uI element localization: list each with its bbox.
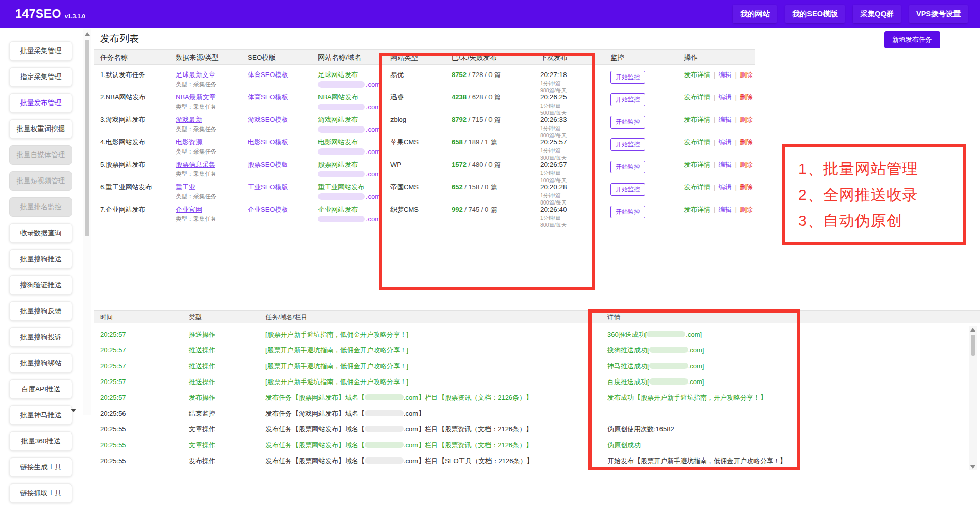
start-monitor-button[interactable]: 开始监控 <box>610 116 645 129</box>
log-time: 20:25:55 <box>100 453 189 465</box>
log-scroll-down-icon[interactable] <box>970 465 975 469</box>
template-link[interactable]: 股票SEO模版 <box>248 161 288 168</box>
sidebar-item[interactable]: 链接抓取工具 <box>9 483 72 503</box>
next-publish-time: 20:27:18 <box>540 71 610 79</box>
action-delete[interactable]: 删除 <box>740 71 753 79</box>
action-edit[interactable]: 编辑 <box>718 183 731 191</box>
action-edit[interactable]: 编辑 <box>718 71 731 79</box>
action-publish-details[interactable]: 发布详情 <box>684 116 710 123</box>
log-task: 发布任务【股票网站发布】域名【.com】栏目【股票资讯（文档：2126条）】 <box>265 421 607 437</box>
sidebar-item[interactable]: 批量发布管理 <box>9 93 72 113</box>
site-cell: 重工业网站发布.com <box>318 180 390 206</box>
new-publish-task-button[interactable]: 新增发布任务 <box>884 31 940 48</box>
sidebar-item[interactable]: 批量搜狗投诉 <box>9 327 72 347</box>
action-publish-details[interactable]: 发布详情 <box>684 206 710 213</box>
start-monitor-button[interactable]: 开始监控 <box>610 183 645 196</box>
sidebar-item[interactable]: 批量神马推送 <box>9 405 72 425</box>
sidebar-item[interactable]: 批量搜狗推送 <box>9 249 72 269</box>
source-link[interactable]: 企业官网 <box>176 206 202 213</box>
monitor-cell: 开始监控 <box>610 135 684 161</box>
sidebar-item[interactable]: 收录数据查询 <box>9 223 72 243</box>
content-scrollbar[interactable] <box>83 29 91 415</box>
action-delete[interactable]: 删除 <box>740 116 753 123</box>
source-link[interactable]: NBA最新文章 <box>176 93 216 101</box>
log-scroll-up-icon[interactable] <box>970 328 975 332</box>
sidebar-item[interactable]: 批量搜狗绑站 <box>9 353 72 373</box>
action-publish-details[interactable]: 发布详情 <box>684 71 710 79</box>
nav-my-sites[interactable]: 我的网站 <box>733 5 777 23</box>
nav-qq-group[interactable]: 采集QQ群 <box>853 5 901 23</box>
sidebar-item[interactable]: 批量权重词挖掘 <box>9 119 72 139</box>
source-link[interactable]: 重工业 <box>176 183 195 191</box>
site-name: NBA网站发布 <box>318 93 390 101</box>
scroll-thumb[interactable] <box>85 40 89 236</box>
action-publish-details[interactable]: 发布详情 <box>684 183 710 191</box>
action-edit[interactable]: 编辑 <box>718 206 731 213</box>
row-actions: 发布详情|编辑|删除 <box>684 68 755 93</box>
log-scroll-thumb[interactable] <box>971 335 975 356</box>
template-link[interactable]: 电影SEO模板 <box>248 138 288 146</box>
template-link[interactable]: 游戏SEO模板 <box>248 116 288 123</box>
action-delete[interactable]: 删除 <box>740 93 753 101</box>
action-delete[interactable]: 删除 <box>740 138 753 146</box>
source-link[interactable]: 游戏最新 <box>176 116 202 123</box>
log-detail: 神马推送成功[.com] <box>607 358 980 374</box>
start-monitor-button[interactable]: 开始监控 <box>610 71 645 84</box>
sidebar-item[interactable]: 指定采集管理 <box>9 67 72 87</box>
action-edit[interactable]: 编辑 <box>718 93 731 101</box>
sidebar-item[interactable]: 链接生成工具 <box>9 457 72 477</box>
log-task: 发布任务【股票网站发布】域名【.com】栏目【SEO工具（文档：2126条）】 <box>265 453 607 465</box>
start-monitor-button[interactable]: 开始监控 <box>610 93 645 106</box>
scroll-down-icon[interactable] <box>71 409 76 412</box>
sidebar-item[interactable]: 搜狗验证推送 <box>9 275 72 295</box>
log-scrollbar[interactable] <box>969 326 977 470</box>
sidebar-item[interactable]: 批量搜狗反馈 <box>9 301 72 321</box>
sidebar-item[interactable]: 批量360推送 <box>9 431 72 451</box>
action-edit[interactable]: 编辑 <box>718 116 731 123</box>
sidebar-item[interactable]: 百度API推送 <box>9 379 72 399</box>
task-source-cell: NBA最新文章类型：采集任务 <box>176 90 248 116</box>
site-domain: .com <box>318 170 390 179</box>
template-link[interactable]: 体育SEO模板 <box>248 93 288 101</box>
task-source-cell: 游戏最新类型：采集任务 <box>176 113 248 138</box>
domain-suffix: .com <box>366 125 380 133</box>
template-link[interactable]: 企业SEO模板 <box>248 206 288 213</box>
publish-rate: 1分钟/篇 <box>540 147 610 154</box>
action-delete[interactable]: 删除 <box>740 161 753 168</box>
site-domain: .com <box>318 148 390 156</box>
action-edit[interactable]: 编辑 <box>718 161 731 168</box>
action-separator: | <box>734 161 736 168</box>
pending-failed-count: / 628 / 0 篇 <box>467 93 501 101</box>
start-monitor-button[interactable]: 开始监控 <box>610 206 645 218</box>
start-monitor-button[interactable]: 开始监控 <box>610 161 645 173</box>
template-link[interactable]: 体育SEO模板 <box>248 71 288 79</box>
template-link[interactable]: 工业SEO模版 <box>248 183 288 191</box>
log-detail: 发布成功【股票开户新手避坑指南，开户攻略分享！】 <box>607 390 980 405</box>
site-type: zblog <box>390 113 452 138</box>
source-link[interactable]: 电影资源 <box>176 138 202 146</box>
nav-my-seo-templates[interactable]: 我的SEO模版 <box>785 5 845 23</box>
action-publish-details[interactable]: 发布详情 <box>684 138 710 146</box>
action-edit[interactable]: 编辑 <box>718 138 731 146</box>
start-monitor-button[interactable]: 开始监控 <box>610 138 645 151</box>
redacted-text <box>365 442 404 448</box>
log-type: 文章操作 <box>189 421 265 437</box>
sidebar-item[interactable]: 批量采集管理 <box>9 41 72 61</box>
scroll-up-icon[interactable] <box>85 32 90 36</box>
action-separator: | <box>734 71 736 79</box>
redacted-domain <box>318 104 365 110</box>
nav-vps-dial-settings[interactable]: VPS拨号设置 <box>909 5 968 23</box>
log-row: 20:25:57推送操作[股票开户新手避坑指南，低佣金开户攻略分享！]360推送… <box>94 326 980 342</box>
action-publish-details[interactable]: 发布详情 <box>684 93 710 101</box>
source-link[interactable]: 足球最新文章 <box>176 71 215 79</box>
action-publish-details[interactable]: 发布详情 <box>684 161 710 168</box>
log-row: 20:25:56结束监控发布任务【游戏网站发布】域名【.com】 <box>94 405 980 421</box>
action-delete[interactable]: 删除 <box>740 183 753 191</box>
next-publish-time: 20:26:57 <box>540 161 610 169</box>
action-delete[interactable]: 删除 <box>740 206 753 213</box>
monitor-cell: 开始监控 <box>610 113 684 138</box>
log-type: 推送操作 <box>189 342 265 358</box>
source-link[interactable]: 股票信息采集 <box>176 161 215 168</box>
site-type: 织梦CMS <box>390 202 452 228</box>
task-row: 4.电影网站发布电影资源类型：采集任务电影SEO模板电影网站发布.com苹果CM… <box>94 135 755 158</box>
